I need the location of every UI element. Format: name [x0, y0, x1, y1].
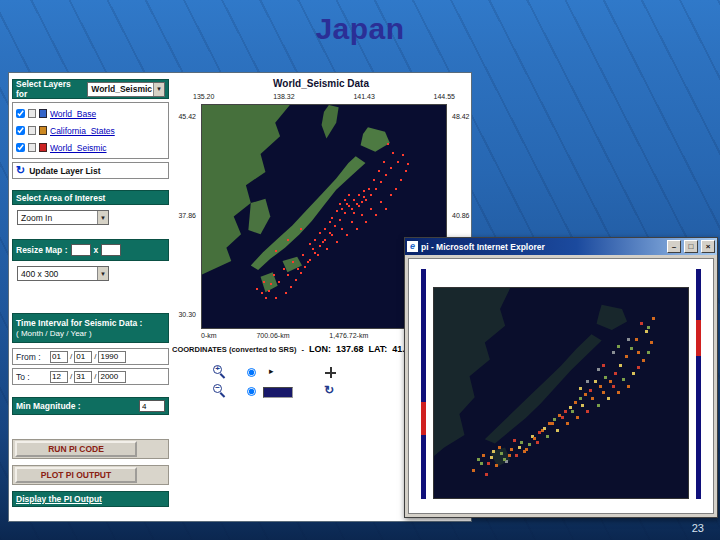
pi-dot	[538, 431, 541, 434]
layer-link[interactable]: California_States	[50, 126, 115, 136]
seismic-dot	[397, 161, 399, 163]
to-day-input[interactable]	[74, 371, 92, 383]
from-day-input[interactable]	[74, 351, 92, 363]
pi-dot	[594, 380, 597, 383]
select-layers-label: Select Layers for	[16, 79, 84, 99]
seismic-dot	[378, 170, 380, 172]
resize-width-input[interactable]	[71, 244, 91, 256]
seismic-dot	[270, 283, 272, 285]
seismic-dot	[353, 212, 355, 214]
area-mode-value: Zoom In	[21, 213, 52, 223]
display-pi-output-link[interactable]: Display the PI Output	[16, 494, 102, 504]
layer-checkbox[interactable]	[16, 143, 25, 152]
run-pi-code-button[interactable]: RUN PI CODE	[15, 441, 137, 457]
scale-label: 0-km	[201, 332, 217, 339]
pi-dot	[652, 317, 655, 320]
layer-row: World_Seismic	[16, 140, 165, 155]
seismic-dot	[400, 179, 402, 181]
pi-output-map[interactable]	[433, 287, 689, 499]
layer-row: California_States	[16, 123, 165, 138]
map-edge-marker-right	[696, 269, 701, 499]
pi-dot	[635, 338, 638, 341]
pan-icon[interactable]	[325, 367, 336, 378]
update-layer-list-label: Update Layer List	[29, 166, 100, 176]
pi-dot	[614, 372, 617, 375]
tool-radio-top[interactable]	[247, 368, 256, 377]
seismic-dot	[319, 232, 321, 234]
tool-radio-bottom[interactable]	[247, 387, 256, 396]
layer-link[interactable]: World_Seismic	[50, 143, 107, 153]
seismic-dot	[370, 208, 372, 210]
layer-checkbox[interactable]	[16, 126, 25, 135]
seismic-dot	[307, 261, 309, 263]
refresh-map-icon[interactable]: ↻	[324, 383, 334, 397]
to-label: To :	[16, 372, 48, 382]
seismic-dot	[287, 274, 289, 276]
pi-dot	[536, 441, 539, 444]
seismic-dot	[304, 266, 306, 268]
layer-checkbox[interactable]	[16, 109, 25, 118]
lat-label: LAT:	[368, 344, 387, 354]
min-magnitude-input[interactable]	[139, 400, 165, 412]
pi-dot	[645, 330, 648, 333]
plot-pi-output-button[interactable]: PLOT PI OUTPUT	[15, 467, 137, 483]
pi-dot	[637, 366, 640, 369]
area-mode-dropdown[interactable]: Zoom In ▼	[17, 210, 109, 225]
seismic-dot	[322, 241, 324, 243]
layers-dropdown[interactable]: World_Seismic ▼	[87, 82, 165, 97]
from-year-input[interactable]	[98, 351, 126, 363]
zoom-out-icon[interactable]: −	[213, 384, 227, 398]
update-icon: ↻	[16, 165, 25, 176]
seismic-dot	[405, 170, 407, 172]
pi-dot	[602, 391, 605, 394]
pi-dot	[492, 450, 495, 453]
pi-dot	[510, 448, 513, 451]
seismic-dot	[407, 163, 409, 165]
page-number: 23	[692, 522, 704, 534]
scale-label: 1,476.72-km	[329, 332, 368, 339]
seismic-dot	[358, 194, 360, 196]
pi-dot	[500, 452, 503, 455]
seismic-dot	[312, 248, 314, 250]
to-year-input[interactable]	[98, 371, 126, 383]
from-month-input[interactable]	[50, 351, 68, 363]
pi-dot	[553, 418, 556, 421]
map-size-dropdown[interactable]: 400 x 300 ▼	[17, 266, 109, 281]
seismic-dot	[326, 248, 328, 250]
pi-dot	[472, 469, 475, 472]
seismic-dot	[370, 194, 372, 196]
lon-label: LON:	[309, 344, 331, 354]
minimize-button[interactable]: –	[667, 240, 681, 253]
select-area-bar: Select Area of Interest	[12, 190, 169, 205]
seismic-dot	[356, 228, 358, 230]
pi-dot	[640, 322, 643, 325]
close-button[interactable]: ×	[701, 240, 715, 253]
pi-dot	[612, 385, 615, 388]
seismic-dot	[256, 288, 258, 290]
run-button-row: RUN PI CODE	[12, 439, 169, 459]
seismic-dot	[361, 201, 363, 203]
seismic-dot	[339, 203, 341, 205]
layer-link[interactable]: World_Base	[50, 109, 96, 119]
seismic-dot	[346, 234, 348, 236]
resize-height-input[interactable]	[101, 244, 121, 256]
axis-label: 141.43	[353, 93, 374, 100]
seismic-dot	[295, 279, 297, 281]
pi-dot	[632, 372, 635, 375]
maximize-button[interactable]: □	[684, 240, 698, 253]
seismic-dot	[290, 286, 292, 288]
pi-dot	[558, 414, 561, 417]
date-separator: /	[70, 352, 72, 361]
axis-label: 40.86	[452, 212, 470, 219]
pi-dot	[548, 422, 551, 425]
pi-dot	[627, 385, 630, 388]
pi-dot	[528, 443, 531, 446]
popup-titlebar[interactable]: e pi - Microsoft Internet Explorer – □ ×	[405, 238, 717, 255]
seismic-dot	[344, 212, 346, 214]
pi-dot	[508, 454, 511, 457]
to-month-input[interactable]	[50, 371, 68, 383]
update-layer-list-button[interactable]: ↻ Update Layer List	[12, 162, 169, 179]
zoom-in-icon[interactable]: +	[213, 365, 227, 379]
seismic-dot	[361, 214, 363, 216]
zoom-factor-box[interactable]	[263, 387, 293, 398]
